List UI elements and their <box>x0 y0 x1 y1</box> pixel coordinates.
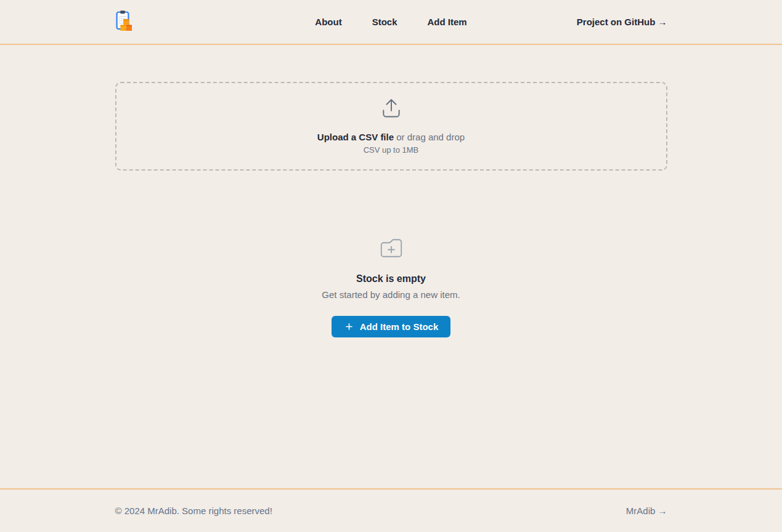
upload-size-hint: CSV up to 1MB <box>116 145 666 155</box>
clipboard-boxes-icon <box>115 10 134 34</box>
folder-plus-icon <box>379 236 404 263</box>
empty-state-title: Stock is empty <box>0 273 782 284</box>
empty-state-subtitle: Get started by adding a new item. <box>0 289 782 300</box>
footer-container: © 2024 MrAdib. Some rights reserved! MrA… <box>115 490 667 532</box>
upload-instruction-rest: or drag and drop <box>394 132 465 142</box>
app-logo[interactable] <box>115 10 134 34</box>
csv-upload-dropzone[interactable]: Upload a CSV file or drag and drop CSV u… <box>115 82 667 171</box>
stock-empty-state: Stock is empty Get started by adding a n… <box>0 236 782 337</box>
header: About Stock Add Item Project on GitHub → <box>0 0 782 45</box>
main-content: Upload a CSV file or drag and drop CSV u… <box>0 45 782 488</box>
github-project-link[interactable]: Project on GitHub → <box>577 17 667 27</box>
nav-item-stock[interactable]: Stock <box>372 17 397 27</box>
plus-icon <box>344 321 354 332</box>
upload-instruction: Upload a CSV file or drag and drop <box>116 132 666 142</box>
upload-arrow-icon <box>378 95 404 124</box>
upload-instruction-bold: Upload a CSV file <box>317 132 394 142</box>
nav-item-add-item[interactable]: Add Item <box>428 17 467 27</box>
header-container: About Stock Add Item Project on GitHub → <box>115 0 667 44</box>
page: About Stock Add Item Project on GitHub →… <box>0 0 782 532</box>
copyright-text: © 2024 MrAdib. Some rights reserved! <box>115 506 272 516</box>
mradib-credit-link[interactable]: MrAdib → <box>626 506 667 516</box>
add-item-to-stock-button[interactable]: Add Item to Stock <box>332 316 451 337</box>
footer: © 2024 MrAdib. Some rights reserved! MrA… <box>0 488 782 532</box>
add-item-button-label: Add Item to Stock <box>360 321 439 332</box>
nav-item-about[interactable]: About <box>315 17 341 27</box>
main-nav: About Stock Add Item <box>315 17 466 27</box>
